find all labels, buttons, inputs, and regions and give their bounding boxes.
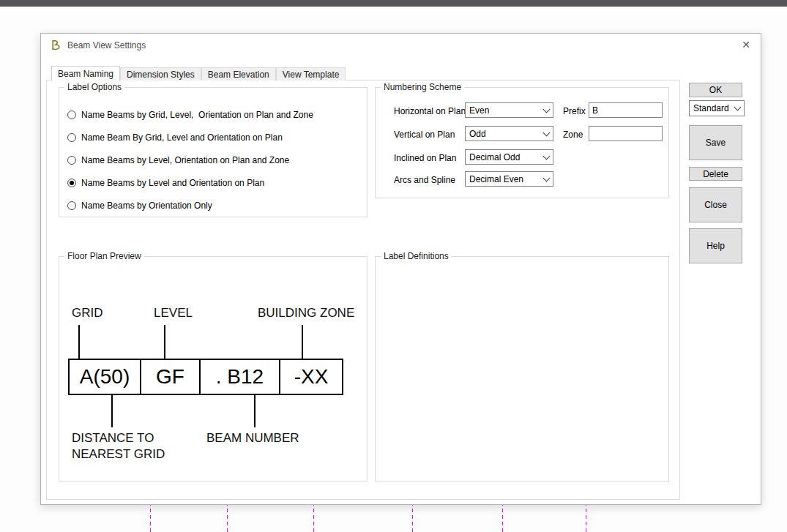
- distance-label-line1: DISTANCE TO: [72, 431, 154, 446]
- delete-button[interactable]: Delete: [689, 167, 742, 181]
- radio-icon[interactable]: [67, 110, 76, 119]
- radio-icon[interactable]: [67, 201, 76, 210]
- radio-option[interactable]: Name Beams by Level and Orientation on P…: [67, 177, 264, 189]
- group-title: Label Definitions: [381, 251, 452, 261]
- inclined-on-plan-combo[interactable]: Decimal Odd: [465, 149, 553, 165]
- group-title: Floor Plan Preview: [64, 251, 144, 261]
- radio-option-label: Name Beam By Grid, Level and Orientation…: [81, 132, 283, 143]
- beam-view-settings-dialog: Beam View Settings ✕ Beam Naming Dimensi…: [40, 33, 761, 505]
- app-icon: [50, 40, 61, 51]
- connector-line: [78, 325, 80, 359]
- zone-label: Zone: [563, 130, 583, 140]
- zone-box: -XX: [279, 359, 343, 395]
- tab-view-template[interactable]: View Template: [276, 67, 346, 80]
- chevron-down-icon: [734, 101, 744, 116]
- radio-option-label: Name Beams by Level, Orientation on Plan…: [81, 155, 289, 165]
- desktop-background: Beam View Settings ✕ Beam Naming Dimensi…: [0, 0, 787, 532]
- grid-label: GRID: [72, 306, 103, 321]
- radio-icon[interactable]: [67, 156, 76, 165]
- field-label: Vertical on Plan: [394, 130, 455, 140]
- radio-option-label: Name Beams by Grid, Level, Orientation o…: [81, 110, 313, 120]
- vertical-on-plan-combo[interactable]: Odd: [465, 126, 553, 141]
- label-definitions-group: Label Definitions: [375, 256, 669, 482]
- tab-page: Label Options Name Beams by Grid, Level,…: [46, 80, 680, 500]
- tab-dimension-styles[interactable]: Dimension Styles: [120, 67, 201, 80]
- distance-label-line2: NEAREST GRID: [72, 447, 165, 462]
- beam-number-box: . B12: [199, 359, 280, 395]
- building-zone-label: BUILDING ZONE: [258, 306, 354, 321]
- beam-number-label: BEAM NUMBER: [206, 431, 299, 446]
- top-window-strip: [0, 0, 787, 7]
- dialog-titlebar: Beam View Settings ✕: [41, 34, 761, 57]
- connector-line: [254, 395, 256, 427]
- numbering-scheme-group: Numbering Scheme Horizontal on Plan Even…: [375, 87, 669, 198]
- radio-option-label: Name Beams by Orientation Only: [81, 201, 212, 211]
- field-label: Horizontal on Plan: [394, 106, 466, 116]
- chevron-down-icon: [542, 103, 553, 117]
- chevron-down-icon: [542, 127, 553, 141]
- field-label: Arcs and Spline: [394, 175, 455, 185]
- preset-combo[interactable]: Standard: [689, 100, 745, 116]
- level-label: LEVEL: [154, 306, 193, 321]
- grid-box: A(50): [68, 359, 141, 395]
- radio-option-label: Name Beams by Level and Orientation on P…: [81, 178, 264, 188]
- radio-icon[interactable]: [67, 133, 76, 142]
- radio-option[interactable]: Name Beams by Orientation Only: [67, 200, 212, 211]
- radio-option[interactable]: Name Beams by Grid, Level, Orientation o…: [67, 109, 313, 121]
- connector-line: [111, 395, 113, 427]
- radio-option[interactable]: Name Beams by Level, Orientation on Plan…: [67, 154, 289, 166]
- save-button[interactable]: Save: [689, 125, 742, 160]
- field-label: Inclined on Plan: [394, 153, 456, 163]
- close-button[interactable]: ✕: [742, 39, 750, 50]
- tab-beam-elevation[interactable]: Beam Elevation: [201, 67, 276, 80]
- arcs-and-spline-combo[interactable]: Decimal Even: [465, 171, 553, 187]
- label-format-boxes: A(50) GF . B12 -XX: [68, 359, 343, 395]
- group-title: Label Options: [64, 82, 124, 92]
- floor-plan-preview-group: Floor Plan Preview GRID LEVEL BUILDING Z…: [59, 256, 368, 482]
- group-title: Numbering Scheme: [381, 82, 464, 92]
- label-options-group: Label Options Name Beams by Grid, Level,…: [59, 87, 368, 217]
- connector-line: [302, 325, 303, 359]
- prefix-input[interactable]: [589, 102, 663, 118]
- level-box: GF: [140, 359, 201, 395]
- tab-beam-naming[interactable]: Beam Naming: [51, 66, 120, 81]
- help-button[interactable]: Help: [689, 228, 742, 263]
- horizontal-on-plan-combo[interactable]: Even: [465, 102, 553, 118]
- connector-line: [164, 325, 165, 359]
- radio-option[interactable]: Name Beam By Grid, Level and Orientation…: [67, 132, 283, 143]
- prefix-label: Prefix: [563, 106, 586, 116]
- dialog-title: Beam View Settings: [67, 40, 146, 50]
- zone-input[interactable]: [589, 126, 663, 141]
- radio-icon[interactable]: [67, 179, 76, 187]
- tab-strip: Beam Naming Dimension Styles Beam Elevat…: [51, 66, 346, 80]
- chevron-down-icon: [542, 150, 553, 164]
- close-dialog-button[interactable]: Close: [689, 187, 742, 222]
- ok-button[interactable]: OK: [689, 83, 742, 97]
- chevron-down-icon: [542, 172, 553, 186]
